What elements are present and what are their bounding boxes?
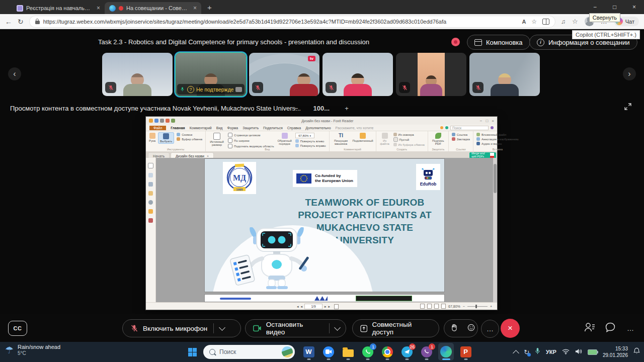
fit-width-button[interactable]: По ширине [228, 138, 274, 143]
scroll-view-icon[interactable] [441, 304, 446, 309]
foxit-menu-comment[interactable]: Комментарий [190, 126, 212, 130]
media-control-icon[interactable]: ♫ [561, 18, 566, 25]
security-panel-icon[interactable] [148, 209, 153, 214]
continuous-view-icon[interactable] [427, 304, 432, 309]
audio-video-button[interactable]: Аудио и видео [476, 142, 519, 145]
next-page-icon[interactable]: ▸ [325, 305, 327, 309]
wifi-tray-icon[interactable] [562, 347, 570, 356]
foxit-open-icon[interactable] [149, 119, 153, 123]
foxit-close-icon[interactable]: × [492, 119, 494, 123]
window-close-button[interactable]: × [624, 0, 644, 14]
participant-video-6[interactable] [469, 53, 540, 96]
taskbar-search-box[interactable]: Поиск [203, 345, 295, 359]
status-zoom-in[interactable]: + [490, 305, 492, 308]
collections-icon[interactable]: ☆ [572, 18, 578, 25]
last-page-icon[interactable]: ▸ [329, 305, 331, 309]
back-button[interactable]: ← [5, 18, 12, 26]
volume-tray-icon[interactable] [575, 347, 582, 356]
microphone-tray-icon[interactable] [535, 347, 540, 356]
attach-file-button[interactable]: Вложенный файл [476, 133, 519, 136]
highlight-button[interactable]: Подсвеченный [353, 133, 373, 142]
document-canvas[interactable]: МД 1995 Co-f [156, 158, 497, 303]
ribbon-zoom-box[interactable]: 67,80%▾ [295, 133, 326, 138]
first-page-icon[interactable]: ◂ [297, 305, 299, 309]
participant-video-4[interactable] [323, 53, 393, 96]
foxit-save-icon[interactable] [154, 119, 158, 123]
taskbar-viber-icon[interactable]: 1 [419, 343, 434, 360]
participant-video-2-active-speaker[interactable]: ? Не подтвержде [176, 53, 246, 96]
strip-scroll-left-button[interactable]: ‹ [8, 67, 21, 80]
status-zoom-out[interactable]: − [463, 305, 465, 308]
participants-panel-button[interactable] [584, 322, 596, 335]
layers-panel-icon[interactable] [148, 182, 153, 187]
snapshot-button[interactable]: Снимок [177, 133, 202, 136]
raise-hand-button[interactable] [444, 324, 462, 333]
closed-captions-button[interactable]: CC [8, 321, 27, 336]
foxit-menu-home[interactable]: Главная [171, 126, 185, 130]
foxit-tray-icon-3[interactable] [491, 126, 494, 129]
search-highlight-image[interactable] [282, 346, 293, 357]
signature-panel-icon[interactable] [148, 218, 153, 223]
foxit-search-box[interactable]: Поиск [450, 126, 489, 130]
favorite-star-icon[interactable]: ☆ [531, 18, 537, 25]
foxit-tray-icon-1[interactable] [440, 126, 443, 129]
expand-content-icon[interactable] [624, 103, 632, 112]
foxit-print-icon[interactable] [160, 119, 164, 123]
foxit-menu-extras[interactable]: Дополнительно [305, 126, 331, 130]
foxit-menu-help[interactable]: Справка [287, 126, 301, 130]
reactions-button[interactable] [462, 324, 481, 333]
tray-overflow-chevron-icon[interactable] [513, 350, 519, 356]
layout-button[interactable]: Компоновка [467, 35, 530, 50]
video-options-chevron[interactable] [330, 327, 346, 330]
link-button[interactable]: Ссылка [452, 133, 470, 136]
stop-video-button[interactable]: Остановить видео [246, 321, 329, 336]
battery-tray-icon[interactable] [588, 349, 597, 355]
tab1-close-icon[interactable]: × [97, 5, 100, 12]
share-content-button[interactable]: Совместный доступ [353, 321, 439, 336]
new-tab-button[interactable]: + [207, 3, 212, 12]
rotate-left-button[interactable]: Повернуть влево [295, 139, 326, 143]
participant-video-3[interactable]: tv [249, 53, 319, 96]
participant-video-5[interactable] [396, 53, 466, 96]
leave-meeting-button[interactable]: × [501, 319, 520, 338]
start-button[interactable] [188, 348, 197, 356]
foxit-undo-icon[interactable] [171, 119, 175, 123]
taskbar-powerpoint-icon[interactable]: P [458, 343, 473, 360]
foxit-menu-protect[interactable]: Защитить [243, 126, 259, 130]
page-indicator[interactable]: 1/9 [304, 304, 323, 309]
foxit-tell-me[interactable]: Расскажите, что хотите [336, 126, 374, 130]
sign-pdf-button[interactable]: Подпись PDF [431, 133, 445, 145]
read-aloud-icon[interactable]: A [522, 19, 526, 25]
notifications-bell-icon[interactable] [633, 347, 640, 356]
refresh-button[interactable]: ↻ [18, 18, 24, 26]
taskbar-clock[interactable]: 15:33 29.01.2026 [603, 345, 628, 358]
strip-scroll-right-button[interactable]: › [623, 67, 636, 80]
url-text[interactable]: https://tugraz.webex.com/wbxmjs/joinserv… [43, 19, 519, 25]
participant-video-1[interactable] [102, 53, 173, 96]
more-panels-button[interactable]: … [627, 324, 634, 332]
more-options-button[interactable]: … [481, 320, 499, 338]
foxit-menu-file[interactable]: Файл [149, 126, 166, 130]
clipboard-button[interactable]: Буфер обмена [177, 137, 202, 141]
pages-panel-icon[interactable] [148, 173, 153, 177]
taskbar-telegram-icon[interactable]: 26 [399, 343, 415, 360]
status-zoom-level[interactable]: 67,80% [448, 305, 460, 308]
tab-meeting[interactable]: На совещании - Совещание × [105, 2, 201, 14]
actual-size-button[interactable]: Истинный размер [209, 133, 225, 146]
sync-tray-icon[interactable]: ↻ [524, 348, 529, 356]
taskbar-chrome-icon[interactable] [379, 343, 395, 360]
from-scanner-button[interactable]: Из сканера [393, 133, 425, 136]
comments-panel-icon[interactable] [148, 191, 153, 196]
taskbar-whatsapp-icon[interactable]: 1 [360, 343, 375, 360]
foxit-tray-icon-2[interactable] [445, 126, 448, 129]
snapshot-status-icon[interactable] [334, 304, 339, 309]
foxit-minimize-icon[interactable]: − [480, 119, 482, 123]
document-scrollbar[interactable] [493, 158, 497, 303]
bookmark-button[interactable]: Закладка [452, 137, 470, 141]
taskbar-word-icon[interactable]: W [301, 343, 316, 360]
fit-page-button[interactable]: Страница целиком [228, 133, 274, 137]
rotate-right-button[interactable]: Повернуть вправо [295, 144, 326, 147]
attachments-panel-icon[interactable] [148, 200, 153, 205]
foxit-restore-icon[interactable]: □ [486, 119, 488, 123]
facing-view-icon[interactable] [434, 304, 439, 309]
